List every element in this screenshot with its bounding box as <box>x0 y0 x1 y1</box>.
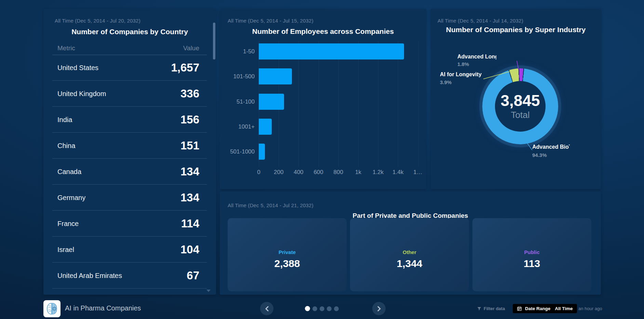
x-tick-label: 0 <box>249 169 269 176</box>
slice-pct-advanced-longevity: 1.8% <box>457 61 469 67</box>
last-updated-text: an hour ago <box>578 306 602 311</box>
employees-chart-panel: All Time (Dec 5, 2014 - Jul 15, 2032) Nu… <box>220 9 426 189</box>
x-tick-label: 600 <box>308 169 329 176</box>
card-label: Private <box>279 249 296 255</box>
country-name: Germany <box>57 194 85 201</box>
super-industry-panel: All Time (Dec 5, 2014 - Jul 14, 2032) Nu… <box>431 9 601 189</box>
carousel-dot-4[interactable] <box>327 306 332 311</box>
x-tick-label: 1.2k <box>368 169 388 176</box>
slice-pct-ai-for-longevity: 3.9% <box>440 79 452 85</box>
country-value: 134 <box>180 165 199 178</box>
table-row: United Kingdom336 <box>52 81 207 107</box>
x-tick-label: 400 <box>288 169 309 176</box>
x-tick-label: 1k <box>348 169 368 176</box>
slice-label-advanced-biotech: Advanced BioTech <box>532 144 570 150</box>
slice-pct-advanced-biotech: 94.3% <box>532 152 547 158</box>
date-range-text: All Time (Dec 5, 2014 - Jul 21, 2032) <box>228 202 313 208</box>
country-value: 1,657 <box>171 61 199 74</box>
table-row: China151 <box>52 133 207 159</box>
x-tick-label: 800 <box>328 169 349 176</box>
table-header: Metric Value <box>52 43 207 55</box>
donut-center: 3,845 Total <box>495 81 546 132</box>
country-name: India <box>57 116 72 123</box>
bar-101-500 <box>259 68 292 84</box>
carousel-prev-button[interactable] <box>260 302 273 315</box>
country-value: 151 <box>180 139 199 152</box>
bar-1001+ <box>259 119 272 135</box>
date-range-value: All Time <box>555 306 573 311</box>
country-name: United States <box>57 64 98 72</box>
card-value: 2,388 <box>274 258 300 269</box>
chevron-down-icon <box>206 290 211 292</box>
panel-title: Number of Companies by Super Industry <box>431 26 601 34</box>
carousel-dot-2[interactable] <box>312 306 317 311</box>
bottom-bar: AI in Pharma Companies Filter data Date … <box>0 295 644 319</box>
bar-51-100 <box>259 94 284 110</box>
slice-label-ai-for-longevity: AI for Longevity <box>440 71 482 78</box>
country-value: 336 <box>180 87 199 100</box>
donut-total-label: Total <box>511 110 530 120</box>
column-header-metric: Metric <box>57 44 75 52</box>
chevron-left-icon <box>265 306 269 311</box>
carousel-dot-1[interactable] <box>305 306 310 311</box>
table-row: France114 <box>52 211 207 237</box>
bar-category-label: 51-100 <box>220 94 255 110</box>
ownership-cards: Private2,388Other1,344Public113 <box>228 218 595 291</box>
panel-title: Number of Companies by Country <box>43 28 216 36</box>
dashboard: { "panels": { "countries": { "date_range… <box>0 0 644 319</box>
brain-icon <box>45 302 59 316</box>
country-value: 134 <box>180 191 199 204</box>
table-row: Israel104 <box>52 237 207 263</box>
carousel-dot-3[interactable] <box>320 306 324 311</box>
bar-row: 1-50 <box>220 43 426 59</box>
companies-by-country-panel: All Time (Dec 5, 2014 - Jul 20, 2032) Nu… <box>43 9 216 295</box>
donut-total-value: 3,845 <box>500 92 540 109</box>
carousel-dot-5[interactable] <box>334 306 339 311</box>
table-row: Germany134 <box>52 185 207 211</box>
bar-1-50 <box>259 43 404 59</box>
chevron-right-icon <box>377 306 381 311</box>
bar-501-1000 <box>259 144 265 160</box>
ownership-card-private: Private2,388 <box>228 218 347 291</box>
bar-category-label: 1001+ <box>220 119 255 135</box>
table-row: Canada134 <box>52 159 207 185</box>
x-tick-label: 1… <box>408 169 428 176</box>
filter-data-button[interactable]: Filter data <box>477 306 505 311</box>
country-table-body: United States1,657United Kingdom336India… <box>52 55 207 289</box>
card-value: 1,344 <box>397 258 422 269</box>
bar-chart: 02004006008001k1.2k1.4k1…1-50101-50051-1… <box>220 9 426 189</box>
scrollbar-thumb[interactable] <box>213 23 215 59</box>
country-name: United Kingdom <box>57 90 106 97</box>
x-tick-label: 1.4k <box>388 169 408 176</box>
card-label: Other <box>403 249 416 255</box>
bar-category-label: 501-1000 <box>220 144 255 160</box>
country-name: China <box>57 142 75 149</box>
country-value: 156 <box>180 113 199 126</box>
table-row: United Arab Emirates67 <box>52 263 207 289</box>
bar-row: 101-500 <box>220 68 426 84</box>
country-value: 104 <box>180 243 199 256</box>
country-value: 67 <box>187 269 199 282</box>
filter-icon <box>477 306 482 311</box>
table-row: India156 <box>52 107 207 133</box>
donut-chart: 3,845 Total <box>482 68 558 144</box>
bar-row: 501-1000 <box>220 144 426 160</box>
bar-category-label: 101-500 <box>220 68 255 84</box>
country-value: 114 <box>181 217 199 230</box>
carousel-dots <box>305 306 339 311</box>
country-name: United Arab Emirates <box>57 271 122 279</box>
app-title: AI in Pharma Companies <box>65 304 141 312</box>
filter-label: Filter data <box>484 306 505 311</box>
date-range-text: All Time (Dec 5, 2014 - Jul 20, 2032) <box>55 18 140 24</box>
bar-category-label: 1-50 <box>220 43 255 59</box>
date-range-button[interactable]: Date Range All Time <box>513 304 577 313</box>
x-tick-label: 200 <box>268 169 289 176</box>
ownership-card-other: Other1,344 <box>350 218 469 291</box>
carousel-next-button[interactable] <box>372 302 386 315</box>
slice-label-advanced-longevity: Advanced Longevity <box>457 54 496 60</box>
date-range-text: All Time (Dec 5, 2014 - Jul 14, 2032) <box>438 18 523 24</box>
ownership-panel: All Time (Dec 5, 2014 - Jul 21, 2032) Pa… <box>220 191 601 295</box>
calendar-icon <box>517 306 522 311</box>
card-label: Public <box>524 249 539 255</box>
bar-row: 51-100 <box>220 94 426 110</box>
